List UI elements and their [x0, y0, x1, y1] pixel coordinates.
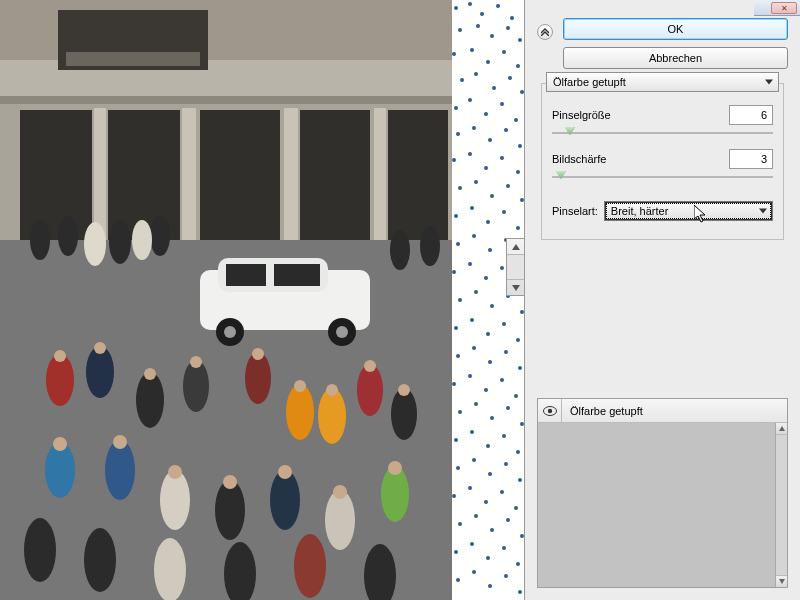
sharpness-label: Bildschärfe: [552, 153, 606, 165]
svg-point-162: [504, 462, 508, 466]
svg-point-100: [472, 126, 476, 130]
svg-point-92: [508, 76, 512, 80]
svg-rect-10: [388, 110, 448, 240]
svg-point-119: [456, 242, 460, 246]
svg-point-49: [24, 518, 56, 582]
svg-point-174: [454, 550, 458, 554]
svg-point-145: [468, 374, 472, 378]
svg-rect-20: [274, 264, 320, 286]
svg-point-168: [514, 506, 518, 510]
svg-point-163: [518, 478, 522, 482]
svg-point-84: [452, 52, 456, 56]
ok-button[interactable]: OK: [563, 18, 788, 40]
svg-rect-5: [0, 96, 460, 104]
svg-point-32: [132, 220, 152, 260]
svg-point-111: [490, 194, 494, 198]
svg-point-181: [488, 584, 492, 588]
layers-scrollbar[interactable]: [775, 423, 787, 587]
svg-point-63: [398, 384, 410, 396]
svg-point-166: [484, 500, 488, 504]
svg-point-50: [84, 528, 116, 592]
sharpness-input[interactable]: [729, 149, 773, 169]
svg-point-77: [496, 4, 500, 8]
svg-point-127: [500, 266, 504, 270]
svg-point-110: [474, 180, 478, 184]
brush-size-label: Pinselgröße: [552, 109, 611, 121]
filter-name-combo[interactable]: Ölfarbe getupft: [546, 72, 779, 92]
app-root: ✕ OK Abbrechen Ölfarbe getupft: [0, 0, 800, 600]
svg-rect-13: [284, 108, 298, 244]
brush-size-slider[interactable]: [552, 127, 773, 141]
filter-preview[interactable]: [0, 0, 524, 600]
svg-point-152: [506, 406, 510, 410]
svg-point-95: [468, 98, 472, 102]
svg-point-75: [468, 2, 472, 6]
brush-type-combo[interactable]: Breit, härter: [604, 201, 773, 221]
svg-point-59: [252, 348, 264, 360]
preview-illustration: [0, 0, 524, 600]
svg-point-142: [504, 350, 508, 354]
svg-marker-185: [512, 285, 520, 291]
svg-marker-189: [779, 426, 785, 431]
svg-point-138: [516, 338, 520, 342]
svg-point-183: [518, 590, 522, 594]
svg-point-159: [456, 466, 460, 470]
svg-point-57: [144, 368, 156, 380]
svg-point-22: [224, 326, 236, 338]
svg-point-66: [168, 465, 182, 479]
svg-point-176: [486, 556, 490, 560]
svg-point-69: [333, 485, 347, 499]
collapse-toggle[interactable]: [537, 24, 553, 40]
svg-point-78: [510, 16, 514, 20]
svg-point-157: [502, 434, 506, 438]
svg-point-116: [486, 220, 490, 224]
svg-point-61: [326, 384, 338, 396]
svg-point-140: [472, 346, 476, 350]
brush-size-input[interactable]: [729, 105, 773, 125]
svg-point-58: [190, 356, 202, 368]
svg-point-114: [454, 214, 458, 218]
svg-point-154: [454, 438, 458, 442]
svg-point-74: [454, 6, 458, 10]
svg-point-86: [486, 60, 490, 64]
window-titlebar-fragment: ✕: [754, 0, 800, 16]
svg-point-135: [470, 318, 474, 322]
svg-point-64: [53, 437, 67, 451]
cancel-button[interactable]: Abbrechen: [563, 47, 788, 69]
svg-point-179: [456, 578, 460, 582]
svg-point-167: [500, 490, 504, 494]
svg-point-28: [150, 216, 170, 256]
svg-point-121: [488, 248, 492, 252]
svg-point-172: [506, 518, 510, 522]
svg-point-180: [472, 570, 476, 574]
svg-point-139: [456, 354, 460, 358]
svg-point-146: [484, 388, 488, 392]
svg-point-169: [458, 522, 462, 526]
svg-point-60: [294, 380, 306, 392]
svg-point-70: [388, 461, 402, 475]
svg-point-112: [506, 184, 510, 188]
svg-point-38: [286, 384, 314, 440]
svg-point-67: [223, 475, 237, 489]
svg-point-91: [492, 86, 496, 90]
effect-layers-list: Ölfarbe getupft: [537, 398, 788, 588]
svg-point-24: [336, 326, 348, 338]
svg-point-148: [514, 394, 518, 398]
svg-point-156: [486, 444, 490, 448]
window-close-button[interactable]: ✕: [771, 2, 797, 14]
svg-rect-19: [226, 264, 266, 286]
list-item[interactable]: Ölfarbe getupft: [538, 399, 787, 423]
sharpness-slider[interactable]: [552, 171, 773, 185]
filter-name-label: Ölfarbe getupft: [553, 76, 626, 88]
svg-point-109: [458, 186, 462, 190]
preview-vertical-scrollbar[interactable]: [506, 238, 524, 296]
chevron-down-icon: [765, 80, 773, 85]
svg-point-108: [516, 170, 520, 174]
visibility-toggle[interactable]: [538, 399, 562, 423]
chevron-down-icon: [759, 209, 767, 214]
svg-point-158: [516, 450, 520, 454]
svg-point-150: [474, 402, 478, 406]
svg-point-125: [468, 262, 472, 266]
svg-rect-14: [374, 108, 386, 244]
svg-point-94: [454, 106, 458, 110]
